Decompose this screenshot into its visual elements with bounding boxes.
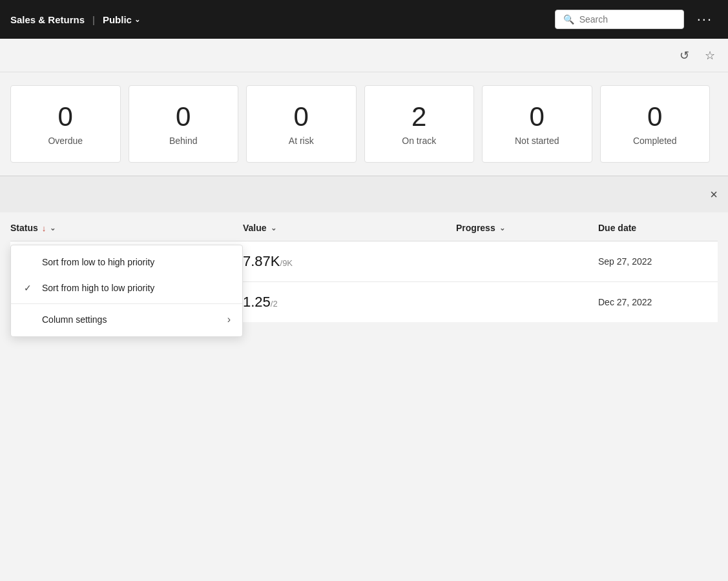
stat-card-completed[interactable]: 0 Completed <box>600 85 711 163</box>
search-icon: 🔍 <box>563 14 574 25</box>
dropdown-item-low-priority[interactable]: Sort from low to high priority <box>11 249 242 275</box>
check-icon-settings <box>24 314 39 325</box>
stat-number-behind: 0 <box>176 102 191 132</box>
stat-card-overdue[interactable]: 0 Overdue <box>10 85 121 163</box>
table-area: Status ↓ ⌄ Value ⌄ Progress ⌄ Due date S… <box>0 212 728 322</box>
row-duedate-2: Dec 27, 2022 <box>598 297 718 307</box>
row-value-main-2: 1.25 <box>243 294 271 310</box>
check-icon-high: ✓ <box>24 283 39 293</box>
col-header-duedate: Due date <box>598 223 718 233</box>
app-header: Sales & Returns | Public ⌄ 🔍 ··· <box>0 0 728 39</box>
stat-card-ontrack[interactable]: 2 On track <box>364 85 475 163</box>
stat-label-behind: Behind <box>169 136 198 146</box>
col-header-progress[interactable]: Progress ⌄ <box>456 223 598 233</box>
dropdown-item-column-settings[interactable]: Column settings <box>11 307 242 332</box>
stat-card-behind[interactable]: 0 Behind <box>129 85 239 163</box>
header-divider: | <box>92 14 95 25</box>
filter-bar: × <box>0 176 728 212</box>
col-status-label: Status <box>10 223 38 233</box>
sort-indicator-icon: ↓ <box>42 223 47 233</box>
stat-label-overdue: Overdue <box>48 136 83 146</box>
row-value-sub-1: 9K <box>282 258 293 268</box>
check-icon-low <box>24 257 39 267</box>
row-value-1: 7.87K/9K <box>243 253 456 270</box>
col-value-label: Value <box>243 223 267 233</box>
stat-label-ontrack: On track <box>402 136 436 146</box>
row-value-main-1: 7.87K <box>243 253 280 269</box>
favorite-button[interactable]: ☆ <box>702 46 718 65</box>
row-value-sub-2: 2 <box>273 299 277 309</box>
progress-col-chevron-icon: ⌄ <box>499 224 505 232</box>
stat-number-overdue: 0 <box>58 102 73 132</box>
status-col-chevron-icon: ⌄ <box>50 224 56 232</box>
stat-label-completed: Completed <box>633 136 677 146</box>
stat-card-atrisk[interactable]: 0 At risk <box>246 85 357 163</box>
col-duedate-label: Due date <box>598 223 636 233</box>
stats-cards-row: 0 Overdue 0 Behind 0 At risk 2 On track … <box>0 72 728 176</box>
search-input[interactable] <box>579 14 670 25</box>
col-header-value[interactable]: Value ⌄ <box>243 223 456 233</box>
status-dropdown-menu: Sort from low to high priority ✓ Sort fr… <box>10 245 243 337</box>
dropdown-item-high-priority[interactable]: ✓ Sort from high to low priority <box>11 275 242 301</box>
visibility-chevron-icon: ⌄ <box>134 15 140 24</box>
search-box[interactable]: 🔍 <box>555 10 684 29</box>
app-title: Sales & Returns <box>10 14 85 25</box>
header-right: 🔍 ··· <box>555 10 718 29</box>
header-left: Sales & Returns | Public ⌄ <box>10 14 140 25</box>
stat-label-atrisk: At risk <box>289 136 314 146</box>
dropdown-label-high-priority: Sort from high to low priority <box>42 283 154 293</box>
dropdown-label-column-settings: Column settings <box>42 314 107 325</box>
toolbar-icons: ↺ ☆ <box>677 46 718 65</box>
toolbar-row: ↺ ☆ <box>0 39 728 72</box>
dropdown-divider <box>11 303 242 304</box>
stat-number-atrisk: 0 <box>294 102 309 132</box>
stat-number-completed: 0 <box>647 102 662 132</box>
visibility-selector[interactable]: Public ⌄ <box>103 14 140 25</box>
column-headers: Status ↓ ⌄ Value ⌄ Progress ⌄ Due date S… <box>10 212 718 241</box>
col-progress-label: Progress <box>456 223 495 233</box>
row-duedate-1: Sep 27, 2022 <box>598 256 718 267</box>
visibility-label: Public <box>103 14 132 25</box>
more-options-button[interactable]: ··· <box>692 10 718 29</box>
close-filter-button[interactable]: × <box>710 187 718 202</box>
stat-label-notstarted: Not started <box>515 136 559 146</box>
stat-number-ontrack: 2 <box>411 102 426 132</box>
row-value-2: 1.25/2 <box>243 294 456 311</box>
stat-card-notstarted[interactable]: 0 Not started <box>482 85 592 163</box>
col-header-status[interactable]: Status ↓ ⌄ <box>10 223 243 233</box>
refresh-button[interactable]: ↺ <box>677 46 692 65</box>
stat-number-notstarted: 0 <box>530 102 545 132</box>
dropdown-label-low-priority: Sort from low to high priority <box>42 257 154 267</box>
value-col-chevron-icon: ⌄ <box>271 224 276 232</box>
